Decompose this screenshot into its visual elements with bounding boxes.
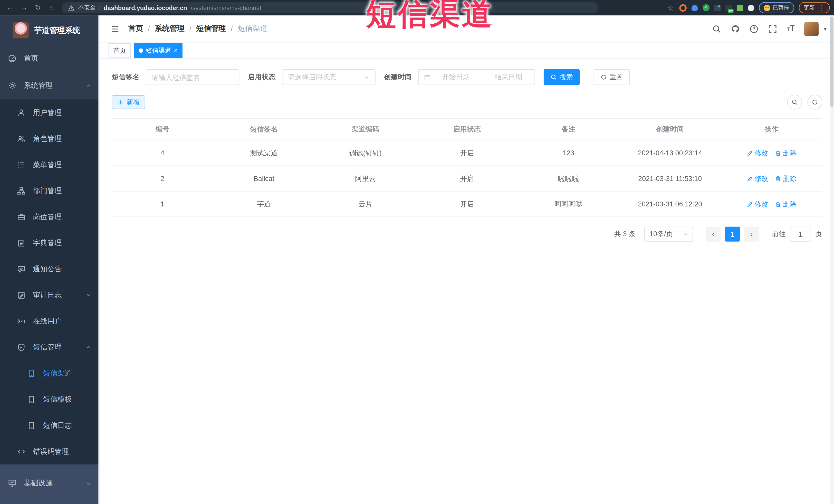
security-label: 不安全 <box>78 4 96 12</box>
sidebar-item-online-users[interactable]: 在线用户 <box>0 308 100 334</box>
start-date-placeholder: 开始日期 <box>435 72 477 82</box>
sidebar-item-sms-log[interactable]: 短信日志 <box>0 412 100 439</box>
sidebar-item-post-management[interactable]: 岗位管理 <box>0 204 100 230</box>
refresh-table-button[interactable] <box>807 95 822 110</box>
fullscreen-icon[interactable] <box>768 24 777 33</box>
status-filter-select[interactable]: 请选择启用状态 <box>282 69 376 85</box>
sidebar-item-menu-management[interactable]: 菜单管理 <box>0 152 100 178</box>
avatar[interactable] <box>804 22 818 36</box>
search-icon[interactable] <box>712 24 721 33</box>
tab-sms-channel[interactable]: 短信渠道 × <box>134 43 182 58</box>
breadcrumb-system[interactable]: 系统管理 <box>155 24 184 34</box>
sidebar-item-user-management[interactable]: 用户管理 <box>0 100 100 126</box>
font-size-icon[interactable]: TT <box>787 23 794 34</box>
delete-link[interactable]: 删除 <box>775 199 796 209</box>
code-icon <box>17 447 25 456</box>
sidebar-item-home[interactable]: 首页 <box>0 45 100 72</box>
trash-icon <box>775 150 781 156</box>
extension-ghost-icon[interactable] <box>747 5 754 11</box>
scrollbar-thumb[interactable] <box>830 17 833 107</box>
sidebar-item-infrastructure[interactable]: 基础设施 <box>0 470 100 497</box>
browser-forward-icon[interactable]: → <box>18 0 30 16</box>
extension-check-icon[interactable]: ✓ <box>702 4 709 11</box>
sidebar-item-sms-template[interactable]: 短信模板 <box>0 386 100 412</box>
monitor-icon <box>8 479 17 487</box>
browser-back-icon[interactable]: ← <box>4 0 16 16</box>
cell-status: 开启 <box>416 174 518 183</box>
system-management-submenu: 用户管理 角色管理 菜单管理 部门管理 岗位管理 <box>0 100 100 464</box>
page-size-value: 10条/页 <box>650 229 673 239</box>
date-range-picker[interactable]: 开始日期 - 结束日期 <box>418 69 535 85</box>
sidebar-item-error-code[interactable]: 错误码管理 <box>0 438 100 464</box>
sign-filter-input[interactable] <box>146 69 240 85</box>
edit-link[interactable]: 修改 <box>746 148 768 158</box>
sidebar-item-label: 短信模板 <box>43 394 72 404</box>
paused-label: 已暂停 <box>773 4 789 12</box>
caret-down-icon[interactable]: ▾ <box>824 26 827 31</box>
breadcrumb-sms[interactable]: 短信管理 <box>196 24 226 34</box>
help-icon[interactable] <box>749 24 759 33</box>
cell-sign: Ballcat <box>213 175 315 182</box>
kebab-menu-icon: ⋮ <box>818 4 825 12</box>
sidebar-item-role-management[interactable]: 角色管理 <box>0 126 100 152</box>
extension-on-badge: on <box>728 9 733 13</box>
browser-update-button[interactable]: 更新 ⋮ <box>799 2 830 13</box>
github-icon[interactable] <box>731 24 740 33</box>
cell-actions: 修改 删除 <box>721 174 822 183</box>
bookmark-star-icon[interactable]: ☆ <box>667 3 674 12</box>
pagination: 共 3 条 10条/页 ‹ 1 › 前往 页 <box>112 227 822 242</box>
next-page-button[interactable]: › <box>744 227 759 242</box>
refresh-icon <box>600 74 607 80</box>
edit-link[interactable]: 修改 <box>746 174 768 183</box>
extension-grid-icon[interactable] <box>714 5 721 11</box>
page-scrollbar[interactable] <box>830 16 834 504</box>
sidebar-item-sms-channel[interactable]: 短信渠道 <box>0 360 100 387</box>
browser-reload-icon[interactable]: ↻ <box>32 0 44 16</box>
browser-home-icon[interactable]: ⌂ <box>46 0 58 16</box>
edit-link[interactable]: 修改 <box>746 199 768 209</box>
address-bar[interactable]: 不安全 dashboard.yudao.iocoder.cn /system/s… <box>62 2 598 13</box>
date-range-separator: - <box>481 73 483 81</box>
page-number-1[interactable]: 1 <box>725 227 740 242</box>
sidebar-item-notice[interactable]: 通知公告 <box>0 256 100 282</box>
sidebar-item-dept-management[interactable]: 部门管理 <box>0 178 100 204</box>
app-title: 芋道管理系统 <box>34 25 80 35</box>
table-row: 1 芋道 云片 开启 呵呵呵哒 2021-03-31 06:12:20 修改 删… <box>112 192 822 217</box>
prev-page-button[interactable]: ‹ <box>706 227 721 242</box>
calendar-icon <box>424 74 431 81</box>
reset-button[interactable]: 重置 <box>593 69 630 85</box>
sidebar-item-sms-management[interactable]: 短信管理 <box>0 334 100 360</box>
extension-ring-icon[interactable] <box>679 4 686 12</box>
breadcrumb-home[interactable]: 首页 <box>128 24 143 34</box>
tab-home[interactable]: 首页 <box>109 43 131 58</box>
chevron-down-icon <box>86 480 92 486</box>
hamburger-icon[interactable] <box>111 25 119 32</box>
toggle-search-button[interactable] <box>787 95 802 110</box>
breadcrumb-separator: / <box>148 24 150 33</box>
sidebar-item-audit-log[interactable]: 审计日志 <box>0 282 100 308</box>
sidebar-item-label: 用户管理 <box>33 108 62 117</box>
extension-switch-icon[interactable]: on <box>725 5 731 11</box>
edit-link-label: 修改 <box>754 199 768 209</box>
logo-image <box>13 22 29 38</box>
sidebar-item-label: 短信渠道 <box>43 368 72 378</box>
goto-page-input[interactable] <box>790 227 811 242</box>
sidebar-item-label: 错误码管理 <box>33 447 69 456</box>
delete-link[interactable]: 删除 <box>775 148 796 158</box>
paused-extension-badge[interactable]: 已暂停 <box>759 2 794 13</box>
breadcrumb: 首页 / 系统管理 / 短信管理 / 短信渠道 <box>128 24 267 34</box>
search-button[interactable]: 搜索 <box>544 69 580 85</box>
sidebar-item-dict-management[interactable]: 字典管理 <box>0 230 100 256</box>
cell-remark: 123 <box>518 149 619 157</box>
sidebar-item-system-management[interactable]: 系统管理 <box>0 72 100 100</box>
add-button[interactable]: 新增 <box>112 95 145 109</box>
extension-drop-icon[interactable] <box>691 5 698 11</box>
sidebar-item-label: 审计日志 <box>33 290 62 300</box>
delete-link[interactable]: 删除 <box>775 174 796 183</box>
page-size-select[interactable]: 10条/页 <box>644 227 693 242</box>
toolbar-right <box>787 95 822 110</box>
cell-code: 调试(钉钉) <box>315 148 416 158</box>
extension-leaf-icon[interactable] <box>737 5 743 11</box>
tab-close-icon[interactable]: × <box>174 47 178 54</box>
sidebar-logo[interactable]: 芋道管理系统 <box>0 16 100 45</box>
